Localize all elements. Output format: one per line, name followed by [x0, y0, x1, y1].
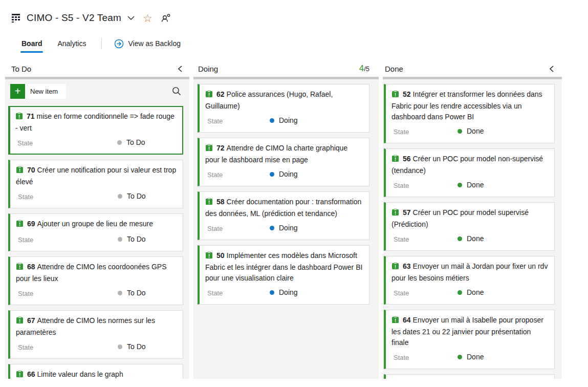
- state-field-label: State: [394, 235, 409, 243]
- work-item-title: 52Intégrer et transformer les données da…: [391, 89, 549, 122]
- work-item-id: 57: [403, 208, 411, 217]
- work-item-id: 67: [27, 316, 35, 325]
- product-backlog-item-icon: [205, 198, 213, 208]
- work-item-card[interactable]: 72Attendre de CIMO la charte graphique p…: [198, 138, 369, 186]
- product-backlog-item-icon: [205, 144, 213, 155]
- work-item-title: 72Attendre de CIMO la charte graphique p…: [205, 143, 363, 165]
- product-backlog-item-icon: [16, 220, 24, 230]
- view-as-backlog-link[interactable]: View as Backlog: [114, 39, 180, 51]
- state-field-label: State: [394, 289, 409, 297]
- collapse-column-chevron-left-icon[interactable]: [178, 66, 182, 72]
- work-item-card[interactable]: 70Créer une notification pour si valeur …: [8, 160, 183, 208]
- work-item-text: Attendre de CIMO les coordoonées GPS pou…: [16, 263, 167, 283]
- state-row: State To Do: [16, 192, 177, 202]
- new-item-label: New item: [25, 84, 66, 99]
- work-item-text: Implémenter ces modèles dans Microsoft F…: [205, 251, 362, 282]
- work-item-text: Créer un POC pour model non-supervisé (t…: [391, 155, 543, 175]
- state-field-label: State: [394, 128, 409, 136]
- state-text: Doing: [279, 116, 298, 124]
- state-dot-icon: [270, 118, 274, 123]
- state-row: State Doing: [205, 170, 363, 180]
- state-row: State Done: [391, 234, 549, 245]
- state-row: State To Do: [15, 138, 177, 148]
- product-backlog-item-icon: [16, 166, 24, 177]
- state-value: Done: [458, 127, 484, 135]
- product-backlog-item-icon: [391, 208, 399, 219]
- work-item-card[interactable]: 69Ajouter un groupe de lieu de mesure St…: [8, 213, 183, 251]
- work-item-card[interactable]: 67Attendre de CIMO les normes sur les pa…: [8, 310, 183, 359]
- work-item-id: 69: [27, 220, 35, 228]
- work-item-card[interactable]: 56Créer un POC pour model non-supervisé …: [384, 148, 555, 197]
- state-field-label: State: [17, 139, 33, 147]
- work-item-title: 57Créer un POC pour model supervisé (Pré…: [391, 207, 549, 230]
- column-todo-name: To Do: [11, 64, 31, 73]
- state-field-label: State: [18, 290, 33, 297]
- work-item-card[interactable]: 71mise en forme conditionnelle => fade r…: [8, 106, 183, 155]
- work-item-text: Créer une notification pour si valeur es…: [16, 166, 176, 186]
- column-todo-header: To Do: [5, 60, 189, 77]
- work-item-card[interactable]: 62Police assurances (Hugo, Rafael, Guill…: [198, 84, 369, 133]
- state-value: To Do: [118, 235, 146, 243]
- tab-board[interactable]: Board: [20, 36, 43, 53]
- state-row: State Doing: [205, 116, 363, 126]
- state-field-label: State: [207, 117, 223, 125]
- product-backlog-item-icon: [391, 262, 399, 273]
- state-value: Done: [458, 288, 484, 296]
- team-switcher-chevron-down-icon[interactable]: [127, 16, 135, 20]
- work-item-card[interactable]: 68Attendre de CIMO les coordoonées GPS p…: [8, 256, 183, 305]
- work-item-card[interactable]: 64Envoyer un mail à Isabelle pour propos…: [384, 310, 555, 369]
- search-icon[interactable]: [172, 87, 181, 96]
- state-dot-icon: [458, 183, 462, 187]
- work-item-card[interactable]: 50Implémenter ces modèles dans Microsoft…: [198, 245, 369, 305]
- product-backlog-item-icon: [391, 316, 399, 327]
- boards-page: CIMO - S5 - V2 Team ☆ Board Analytics: [0, 0, 588, 387]
- work-item-title: 63Envoyer un mail à Jordan pour fixer un…: [391, 261, 549, 284]
- work-item-card[interactable]: 52Intégrer et transformer les données da…: [384, 84, 555, 143]
- work-item-title: 70Créer une notification pour si valeur …: [16, 165, 177, 187]
- view-as-backlog-label: View as Backlog: [128, 39, 180, 48]
- card-list-doing: 62Police assurances (Hugo, Rafael, Guill…: [193, 84, 379, 305]
- state-row: State To Do: [16, 342, 177, 353]
- tab-analytics[interactable]: Analytics: [56, 36, 87, 53]
- work-item-card[interactable]: 57Créer un POC pour model supervisé (Pré…: [384, 202, 555, 251]
- card-list-todo: 71mise en forme conditionnelle => fade r…: [5, 106, 189, 379]
- board-grid-icon: [10, 12, 21, 24]
- state-dot-icon: [270, 226, 274, 230]
- state-row: State Doing: [205, 288, 363, 298]
- new-item-button[interactable]: + New item: [10, 84, 66, 99]
- state-value: Doing: [270, 170, 298, 178]
- page-header: CIMO - S5 - V2 Team ☆ Board Analytics: [0, 0, 588, 53]
- state-row: State Done: [391, 288, 549, 298]
- favorite-star-icon[interactable]: ☆: [143, 13, 153, 24]
- state-value: Doing: [270, 288, 298, 296]
- state-text: To Do: [127, 289, 146, 297]
- work-item-text: Créer un POC pour model supervisé (Prédi…: [391, 208, 529, 228]
- card-list-done: 52Intégrer et transformer les données da…: [383, 84, 562, 379]
- state-field-label: State: [18, 236, 33, 244]
- work-item-card[interactable]: 58Créer documentation pour : transformat…: [198, 191, 369, 240]
- state-text: Done: [467, 353, 484, 361]
- state-value: Done: [458, 353, 484, 361]
- state-value: Done: [458, 181, 484, 189]
- collapse-column-chevron-left-icon[interactable]: [549, 66, 554, 72]
- work-item-text: Limite valeur dans le graph: [37, 370, 123, 378]
- work-item-card[interactable]: 61Envoyer contrat HF Hugo Fairon State D…: [384, 374, 555, 379]
- work-item-title: 50Implémenter ces modèles dans Microsoft…: [205, 250, 363, 284]
- column-done-name: Done: [385, 64, 403, 73]
- work-item-id: 71: [27, 112, 35, 120]
- work-item-title: 68Attendre de CIMO les coordoonées GPS p…: [16, 262, 177, 284]
- work-item-id: 68: [27, 263, 35, 271]
- product-backlog-item-icon: [205, 90, 213, 101]
- work-item-card[interactable]: 63Envoyer un mail à Jordan pour fixer un…: [384, 256, 555, 305]
- work-item-card[interactable]: 66Limite valeur dans le graph State To D…: [8, 364, 183, 379]
- state-dot-icon: [117, 140, 122, 145]
- state-text: To Do: [126, 138, 145, 146]
- team-members-icon[interactable]: [161, 13, 171, 23]
- state-text: Doing: [279, 288, 298, 296]
- state-value: To Do: [118, 342, 146, 351]
- work-item-id: 52: [403, 90, 411, 98]
- state-row: State Done: [391, 127, 549, 137]
- work-item-title: 66Limite valeur dans le graph: [16, 369, 177, 379]
- team-title[interactable]: CIMO - S5 - V2 Team: [27, 12, 121, 24]
- work-item-id: 70: [27, 166, 35, 174]
